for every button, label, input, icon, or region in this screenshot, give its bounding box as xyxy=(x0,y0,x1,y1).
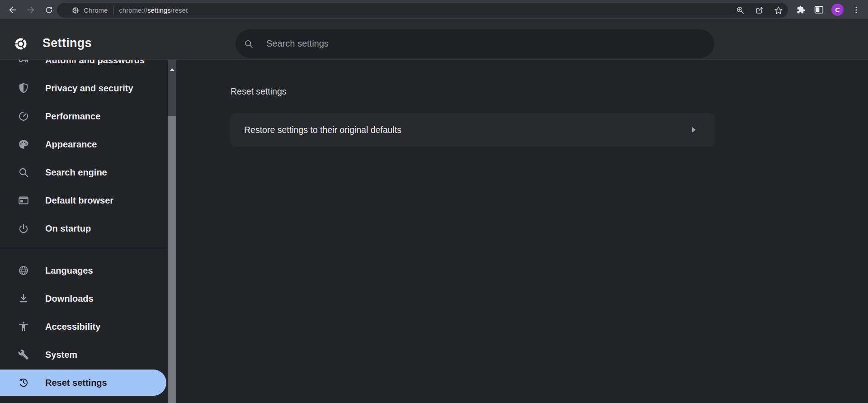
scrollbar-up-arrow-icon[interactable] xyxy=(170,68,175,71)
magnifier-icon xyxy=(18,166,29,178)
main-panel: Reset settings Restore settings to their… xyxy=(176,60,868,403)
key-icon xyxy=(18,60,29,66)
address-separator xyxy=(113,6,113,14)
sidebar-item-label: Languages xyxy=(45,266,93,276)
accessibility-icon xyxy=(18,321,29,332)
sidebar-item-appearance[interactable]: Appearance xyxy=(0,131,166,157)
sidebar-item-label: Downloads xyxy=(45,294,94,304)
url-host: settings xyxy=(147,6,171,14)
content-area: Autofill and passwords Privacy and secur… xyxy=(0,60,868,403)
url-scheme: chrome:// xyxy=(119,6,147,14)
restore-defaults-row[interactable]: Restore settings to their original defau… xyxy=(231,113,714,147)
speedometer-icon xyxy=(18,110,29,122)
settings-header: Settings xyxy=(0,20,868,60)
sidebar-item-label: On startup xyxy=(45,223,91,234)
sidebar-item-on-startup[interactable]: On startup xyxy=(0,215,166,242)
sidebar-item-accessibility[interactable]: Accessibility xyxy=(0,313,166,340)
extensions-puzzle-icon[interactable] xyxy=(795,5,806,15)
section-title: Reset settings xyxy=(231,85,868,98)
sidebar-item-downloads[interactable]: Downloads xyxy=(0,285,166,312)
chrome-settings-window: Chrome chrome://settings/reset xyxy=(0,0,868,403)
sidebar-item-reset-settings[interactable]: Reset settings xyxy=(0,370,166,396)
sidebar-item-search-engine[interactable]: Search engine xyxy=(0,159,166,185)
forward-icon[interactable] xyxy=(25,5,36,15)
sidebar-item-label: System xyxy=(45,350,77,360)
settings-search xyxy=(236,29,714,58)
back-icon[interactable] xyxy=(7,5,18,15)
sidebar-item-label: Default browser xyxy=(45,195,113,206)
sidebar-item-label: Privacy and security xyxy=(45,83,133,94)
chrome-logo-icon xyxy=(14,37,28,51)
profile-avatar[interactable]: C xyxy=(831,4,844,16)
url-path: /reset xyxy=(171,6,188,14)
download-icon xyxy=(18,293,29,304)
sidebar-item-languages[interactable]: Languages xyxy=(0,257,166,284)
browser-window-icon xyxy=(18,194,29,206)
scrollbar-thumb[interactable] xyxy=(168,116,176,403)
star-icon[interactable] xyxy=(773,5,784,16)
sidebar-item-label: Search engine xyxy=(45,167,107,178)
globe-icon xyxy=(18,265,29,276)
address-bar[interactable]: Chrome chrome://settings/reset xyxy=(57,3,788,18)
settings-sidebar: Autofill and passwords Privacy and secur… xyxy=(0,60,166,403)
restore-defaults-label: Restore settings to their original defau… xyxy=(231,125,401,135)
search-icon xyxy=(244,39,254,49)
sidebar-item-label: Performance xyxy=(45,111,100,122)
sidebar-item-privacy[interactable]: Privacy and security xyxy=(0,75,166,101)
sidebar-item-performance[interactable]: Performance xyxy=(0,103,166,129)
sidebar-item-label: Reset settings xyxy=(45,378,107,388)
power-icon xyxy=(18,223,29,234)
arrow-right-icon xyxy=(692,127,696,133)
sidebar-item-system[interactable]: System xyxy=(0,341,166,368)
zoom-in-icon[interactable] xyxy=(735,5,746,16)
page-title: Settings xyxy=(42,36,92,50)
palette-icon xyxy=(18,138,29,150)
history-icon xyxy=(18,377,29,389)
side-panel-icon[interactable] xyxy=(813,5,824,15)
reload-icon[interactable] xyxy=(43,5,54,15)
chrome-favicon-icon xyxy=(71,6,80,14)
sidebar-item-label: Autofill and passwords xyxy=(45,60,145,66)
sidebar-item-autofill[interactable]: Autofill and passwords xyxy=(0,60,166,73)
kebab-menu-icon[interactable] xyxy=(851,5,862,15)
sidebar-item-default-browser[interactable]: Default browser xyxy=(0,187,166,213)
sidebar-scrollbar xyxy=(168,60,176,403)
search-input[interactable] xyxy=(266,38,714,49)
browser-toolbar: Chrome chrome://settings/reset xyxy=(0,0,868,20)
sidebar-item-label: Accessibility xyxy=(45,322,100,332)
sidebar-item-label: Appearance xyxy=(45,139,97,150)
shield-icon xyxy=(18,82,29,94)
site-label: Chrome xyxy=(84,6,108,14)
wrench-icon xyxy=(18,349,29,360)
share-icon[interactable] xyxy=(754,5,765,16)
sidebar-divider xyxy=(0,248,166,248)
